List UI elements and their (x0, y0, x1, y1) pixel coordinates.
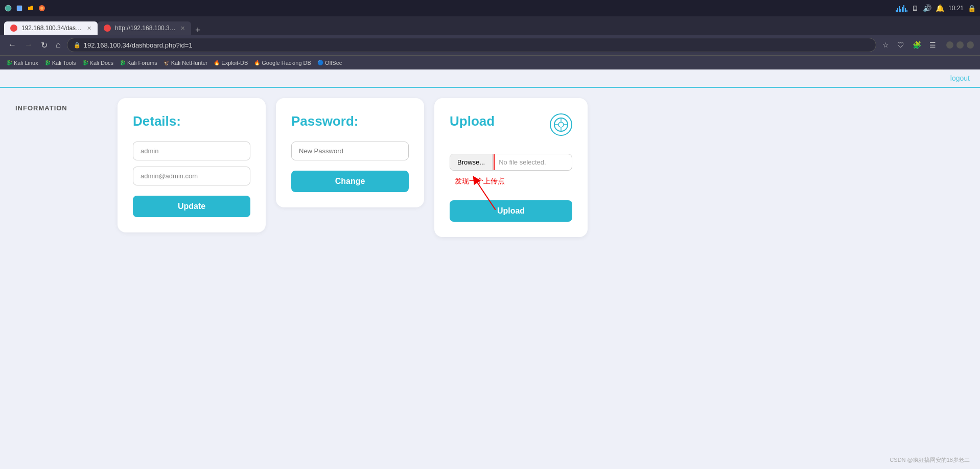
upload-card: Upload (434, 98, 588, 237)
svg-point-7 (558, 122, 564, 127)
upload-logo (550, 113, 572, 136)
upload-button[interactable]: Upload (450, 200, 572, 222)
watermark: CSDN @疯狂搞网安的18岁老二 (890, 456, 970, 464)
bookmarks-bar: 🐉 Kali Linux 🐉 Kali Tools 🐉 Kali Docs 🐉 … (0, 55, 980, 69)
title-bar: 🖥 🔊 🔔 10:21 🔒 (0, 0, 980, 16)
monitor-icon: 🖥 (912, 4, 919, 12)
nav-bar: ← → ↻ ⌂ 🔒 192.168.100.34/dashboard.php?i… (0, 35, 980, 55)
svg-point-0 (5, 5, 11, 11)
nav-actions: ☆ 🛡 🧩 ☰ (880, 39, 974, 51)
tab-favicon-1 (10, 25, 17, 32)
refresh-button[interactable]: ↻ (39, 38, 50, 52)
kali-tools-favicon: 🐉 (44, 60, 51, 65)
tab-close-2[interactable]: ✕ (180, 25, 185, 32)
svg-point-4 (12, 26, 16, 30)
ghdb-favicon: 🔥 (254, 60, 260, 65)
file-input-row: Browse... No file selected. (450, 154, 572, 171)
annotation-area: Browse... No file selected. 发现一个上传点 (450, 154, 572, 171)
firefox-icon (38, 4, 46, 12)
extensions-button[interactable]: 🧩 (911, 39, 923, 51)
nethunter-favicon: 🦅 (164, 60, 170, 65)
bell-icon: 🔔 (936, 4, 944, 12)
back-button[interactable]: ← (6, 38, 18, 52)
tab-2[interactable]: http://192.168.100.34/dashb ✕ (98, 21, 191, 35)
tab-title-2: http://192.168.100.34/dashb (115, 25, 176, 32)
folder-icon (27, 4, 35, 12)
offsec-favicon: 🔵 (317, 60, 323, 65)
svg-point-3 (40, 7, 43, 10)
tab-close-1[interactable]: ✕ (87, 25, 91, 32)
files-icon (15, 4, 24, 12)
home-button[interactable]: ⌂ (54, 38, 63, 52)
tab-active[interactable]: 192.168.100.34/dashboard.p ✕ (4, 21, 98, 35)
cards-area: Details: Update Password: Change Upload (118, 98, 965, 237)
lock-icon: 🔒 (968, 5, 976, 12)
title-bar-icons (4, 4, 46, 12)
new-tab-button[interactable]: + (191, 26, 205, 35)
browse-button[interactable]: Browse... (450, 154, 493, 170)
password-form: Change (291, 142, 409, 192)
update-button[interactable]: Update (133, 196, 250, 217)
password-card-title: Password: (291, 113, 409, 129)
close-button[interactable] (967, 41, 974, 49)
url-text: 192.168.100.34/dashboard.php?id=1 (84, 41, 193, 49)
lock-icon: 🔒 (74, 42, 81, 49)
bookmark-google-hacking-db[interactable]: 🔥 Google Hacking DB (254, 60, 311, 66)
file-name-text: No file selected. (493, 154, 572, 170)
kali-icon (4, 4, 12, 12)
upload-card-header: Upload (450, 113, 572, 142)
system-tray: 🖥 🔊 🔔 10:21 🔒 (896, 4, 976, 12)
shield-button[interactable]: 🛡 (895, 39, 906, 51)
exploitdb-favicon: 🔥 (214, 60, 220, 65)
password-card: Password: Change (276, 98, 424, 207)
maximize-button[interactable] (956, 41, 964, 49)
new-password-input[interactable] (291, 142, 409, 160)
change-button[interactable]: Change (291, 171, 409, 192)
username-input[interactable] (133, 142, 250, 160)
audio-bars (896, 4, 907, 12)
kali-forums-favicon: 🐉 (120, 60, 126, 65)
browser-chrome: 🖥 🔊 🔔 10:21 🔒 192.168.100.34/dashboard.p… (0, 0, 980, 69)
bookmark-exploit-db[interactable]: 🔥 Exploit-DB (214, 60, 248, 66)
forward-button[interactable]: → (22, 38, 35, 52)
sidebar: INFORMATION (15, 98, 118, 237)
svg-point-5 (105, 26, 109, 30)
email-input[interactable] (133, 167, 250, 185)
logout-link[interactable]: logout (950, 74, 970, 82)
window-controls (946, 41, 974, 49)
bookmark-kali-tools[interactable]: 🐉 Kali Tools (44, 60, 76, 66)
upload-card-title: Upload (450, 113, 495, 129)
svg-rect-1 (17, 6, 22, 11)
bookmark-kali-docs[interactable]: 🐉 Kali Docs (82, 60, 113, 66)
kali-docs-favicon: 🐉 (82, 60, 88, 65)
tab-title-1: 192.168.100.34/dashboard.p (21, 25, 83, 32)
details-card-title: Details: (133, 113, 250, 129)
page: logout INFORMATION Details: Update Passw… (0, 69, 980, 469)
bookmark-kali-nethunter[interactable]: 🦅 Kali NetHunter (164, 60, 208, 66)
details-form: Update (133, 142, 250, 217)
page-body: INFORMATION Details: Update Password: Ch… (0, 88, 980, 247)
bookmark-kali-forums[interactable]: 🐉 Kali Forums (120, 60, 157, 66)
bookmark-star-button[interactable]: ☆ (880, 39, 891, 51)
bookmark-kali-linux[interactable]: 🐉 Kali Linux (6, 60, 38, 66)
menu-button[interactable]: ☰ (927, 39, 938, 51)
tabs-bar: 192.168.100.34/dashboard.p ✕ http://192.… (0, 16, 980, 35)
minimize-button[interactable] (946, 41, 953, 49)
bookmark-offsec[interactable]: 🔵 OffSec (317, 60, 342, 66)
sidebar-label: INFORMATION (15, 104, 67, 112)
details-card: Details: Update (118, 98, 266, 232)
clock: 10:21 (948, 5, 964, 12)
speaker-icon: 🔊 (923, 4, 931, 12)
logout-bar: logout (0, 69, 980, 88)
tab-favicon-2 (104, 25, 111, 32)
annotation-text: 发现一个上传点 (455, 177, 505, 186)
kali-linux-favicon: 🐉 (6, 60, 12, 65)
url-bar[interactable]: 🔒 192.168.100.34/dashboard.php?id=1 (67, 38, 876, 52)
